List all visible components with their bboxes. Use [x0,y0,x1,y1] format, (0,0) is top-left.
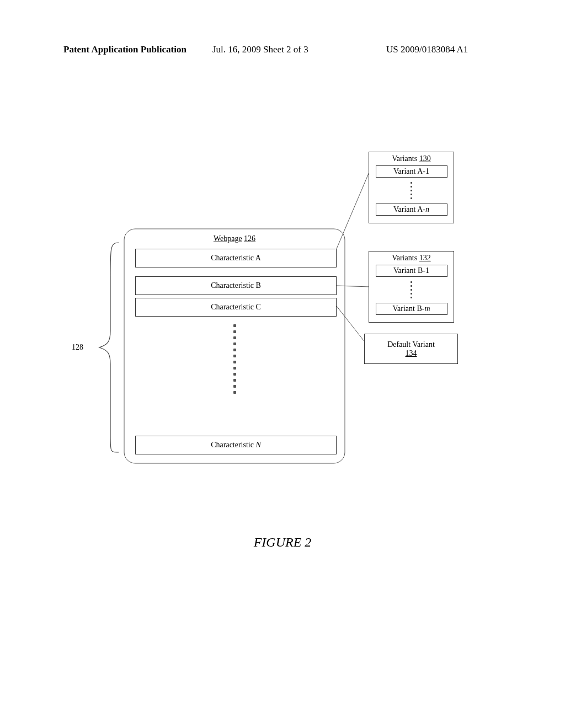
webpage-title: Webpage 126 [124,234,345,243]
characteristic-n: Characteristic N [135,436,337,454]
default-variant-box: Default Variant 134 [364,334,458,364]
variant-b-m: Variant B-m [376,303,447,315]
webpage-title-ref: 126 [244,234,255,243]
variant-b-1: Variant B-1 [376,265,447,277]
variants-130-box: Variants 130 Variant A-1 Variant A-n [369,152,454,223]
vertical-ellipsis-variants-a [411,181,412,200]
variants-130-title: Variants 130 [392,154,430,163]
characteristic-c-label: Characteristic C [211,303,261,312]
vertical-ellipsis-characteristics [233,323,236,395]
characteristic-n-label: Characteristic N [211,441,261,449]
default-variant-text: Default Variant [387,340,435,349]
variants-132-title: Variants 132 [392,254,430,263]
default-variant-ref: 134 [406,349,417,358]
characteristic-b-label: Characteristic B [211,281,261,290]
variant-a-n: Variant A-n [376,204,447,216]
characteristic-a-label: Characteristic A [211,254,261,263]
characteristic-c: Characteristic C [135,298,337,317]
brace-ref-128: 128 [72,343,83,352]
svg-line-2 [337,286,370,287]
characteristic-a: Characteristic A [135,249,337,267]
figure-label: FIGURE 2 [0,535,565,550]
variant-a-1: Variant A-1 [376,165,447,178]
characteristic-b: Characteristic B [135,276,337,295]
svg-line-3 [337,306,367,345]
diagram-lines [0,0,565,728]
vertical-ellipsis-variants-b [411,280,412,299]
variants-132-box: Variants 132 Variant B-1 Variant B-m [369,251,454,323]
webpage-title-text: Webpage [214,234,242,243]
